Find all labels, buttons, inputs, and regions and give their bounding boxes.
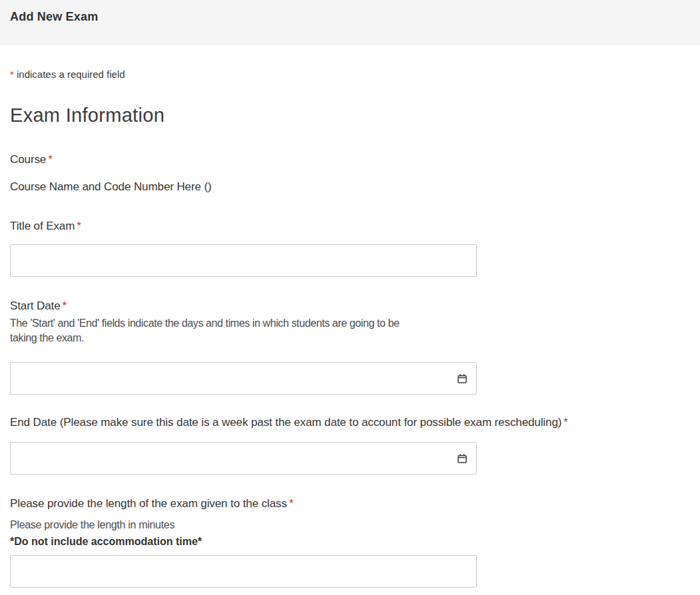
start-date-input-wrap [10,362,477,395]
accommodation-warning-text: *Do not include accommodation time* [10,535,690,548]
course-label: Course* [10,153,690,166]
end-date-label-text: End Date (Please make sure this date is … [10,416,561,429]
calendar-icon[interactable] [456,453,468,465]
section-heading: Exam Information [10,104,690,126]
title-of-exam-label: Title of Exam* [10,220,690,233]
start-date-help-line2: taking the exam. [10,331,690,345]
end-date-input-wrap [10,442,477,475]
exam-length-label: Please provide the length of the exam gi… [10,497,690,510]
end-date-required-asterisk: * [563,416,568,429]
required-field-note: * indicates a required field [10,69,690,80]
add-new-exam-page: Add New Exam * indicates a required fiel… [0,0,700,595]
course-required-asterisk: * [48,153,53,166]
title-of-exam-input[interactable] [10,244,477,277]
start-date-required-asterisk: * [63,299,67,312]
exam-length-help-text: Please provide the length in minutes [10,518,690,532]
field-end-date: End Date (Please make sure this date is … [10,416,690,475]
course-label-text: Course [10,153,46,166]
start-date-label-text: Start Date [10,299,61,312]
course-value: Course Name and Code Number Here () [10,180,690,194]
end-date-input[interactable] [10,442,477,475]
field-exam-length: Please provide the length of the exam gi… [10,497,690,588]
start-date-label: Start Date* [10,299,690,313]
field-course: Course* Course Name and Code Number Here… [10,153,690,194]
page-title: Add New Exam [10,10,690,24]
form-content: * indicates a required field Exam Inform… [0,69,700,588]
start-date-help-line1: The 'Start' and 'End' fields indicate th… [10,316,690,331]
exam-length-required-asterisk: * [289,497,294,510]
exam-length-label-text: Please provide the length of the exam gi… [10,497,287,510]
field-title-of-exam: Title of Exam* [10,220,690,277]
exam-length-input[interactable] [10,555,477,588]
end-date-label: End Date (Please make sure this date is … [10,416,690,429]
required-note-text: indicates a required field [14,69,125,80]
title-of-exam-label-text: Title of Exam [10,220,75,232]
start-date-help-text: The 'Start' and 'End' fields indicate th… [10,316,690,345]
field-start-date: Start Date* The 'Start' and 'End' fields… [10,299,690,395]
calendar-icon[interactable] [456,373,468,385]
start-date-input[interactable] [10,362,477,395]
title-required-asterisk: * [77,220,81,232]
form-header-bar: Add New Exam [0,0,700,45]
